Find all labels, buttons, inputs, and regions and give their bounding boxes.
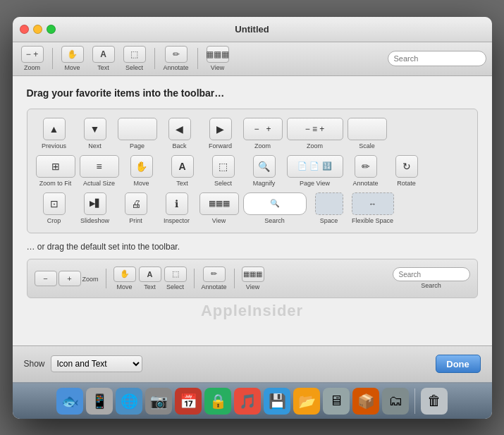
dock-icon-9[interactable]: 📂 (293, 388, 320, 415)
show-select[interactable]: Icon Only Icon and Text Text Only (51, 355, 142, 372)
dock-icon-12[interactable]: 🗂 (382, 388, 409, 415)
flexible-space-label: Flexible Space (352, 217, 393, 224)
item-magnify[interactable]: 🔍 Magnify (246, 155, 283, 187)
move-label: Move (64, 64, 80, 71)
item-zoom-full[interactable]: − ≡ + Zoom (287, 118, 343, 149)
forward-icon: ▶ (209, 118, 232, 140)
text-label: Text (97, 64, 109, 71)
item-print[interactable]: 🖨 Print (118, 192, 154, 224)
dock-icon-2[interactable]: 📱 (86, 388, 113, 415)
toolbar-annotate-btn[interactable]: ✏ Annotate (161, 44, 192, 73)
item-back[interactable]: ◀ Back (161, 118, 198, 149)
item-zoom-minus-plus[interactable]: − + Zoom (243, 118, 283, 149)
select-label: Select (125, 64, 143, 71)
default-move-btn[interactable]: ✋ Move (113, 266, 136, 290)
default-annotate-icon: ✏ (203, 266, 226, 282)
item-text[interactable]: A Text (164, 155, 201, 187)
item-next[interactable]: ▼ Next (77, 118, 113, 149)
toolbar-zoom-btn[interactable]: − + Zoom (18, 44, 47, 73)
items-row-3: ⊡ Crop ▶▋ Slideshow 🖨 Print ℹ Inspector … (36, 192, 469, 224)
toolbar-zoom-group: − + Zoom (18, 44, 47, 73)
previous-icon: ▲ (43, 118, 66, 140)
page-view-icon: 📄 📄 🔢 (287, 155, 343, 178)
dock-icon-6[interactable]: 🔒 (204, 388, 231, 415)
zoom-mp-label: Zoom (254, 142, 271, 149)
page-icon (118, 118, 157, 140)
sheet-drag-title: Drag your favorite items into the toolba… (27, 87, 478, 99)
minimize-button[interactable] (33, 25, 42, 34)
default-view-label: View (246, 283, 259, 290)
main-toolbar: − + Zoom ✋ Move A Text ⬚ Select ✏ Annota… (13, 42, 492, 76)
dock-icon-10[interactable]: 🖥 (323, 388, 350, 415)
default-view-btn[interactable]: ▦▦▦ View (242, 266, 264, 290)
toolbar-select-btn[interactable]: ⬚ Select (121, 44, 149, 73)
close-button[interactable] (20, 25, 29, 34)
print-icon: 🖨 (125, 192, 147, 215)
rotate-label: Rotate (397, 180, 416, 187)
default-zoom-plus[interactable]: + (59, 271, 81, 286)
inspector-label: Inspector (164, 217, 190, 224)
default-zoom-group: − + Zoom (35, 271, 99, 286)
dock-icon-5[interactable]: 📅 (175, 388, 202, 415)
select-icon: ⬚ (123, 46, 146, 63)
search-input[interactable] (388, 51, 486, 66)
dock-icon-trash[interactable]: 🗑 (421, 388, 448, 415)
item-zoom-to-fit[interactable]: ⊞ Zoom to Fit (36, 155, 75, 187)
toolbar-text-btn[interactable]: A Text (90, 44, 118, 73)
default-zoom-minus[interactable]: − (35, 271, 57, 286)
item-previous[interactable]: ▲ Previous (36, 118, 73, 149)
magnify-label: Magnify (253, 180, 276, 187)
slideshow-icon: ▶▋ (84, 192, 106, 215)
item-flexible-space[interactable]: ↔ Flexible Space (352, 192, 394, 224)
dock-icon-11[interactable]: 📦 (352, 388, 379, 415)
dock-icon-3[interactable]: 🌐 (116, 388, 142, 415)
maximize-button[interactable] (47, 25, 56, 34)
item-inspector[interactable]: ℹ Inspector (159, 192, 195, 224)
done-button[interactable]: Done (436, 355, 481, 373)
annotate-label: Annotate (164, 64, 189, 71)
item-select[interactable]: ⬚ Select (205, 155, 242, 187)
default-select-btn[interactable]: ⬚ Select (164, 266, 187, 290)
default-text-btn[interactable]: A Text (139, 266, 161, 290)
item-crop[interactable]: ⊡ Crop (36, 192, 73, 224)
default-annotate-label: Annotate (202, 283, 227, 290)
item-rotate[interactable]: ↻ Rotate (388, 155, 425, 187)
default-search-area: Search (393, 267, 470, 290)
customize-sheet: Drag your favorite items into the toolba… (13, 76, 492, 345)
item-page[interactable]: Page (118, 118, 157, 149)
magnify-icon: 🔍 (253, 155, 276, 178)
page-view-label: Page View (300, 180, 330, 187)
flexible-space-icon: ↔ (352, 192, 394, 215)
toolbar-move-btn[interactable]: ✋ Move (59, 44, 87, 73)
view-label: View (211, 64, 224, 71)
item-search[interactable]: 🔍 Search (243, 192, 307, 224)
default-move-label: Move (117, 283, 133, 290)
item-slideshow[interactable]: ▶▋ Slideshow (77, 192, 113, 224)
item-space[interactable]: Space (311, 192, 348, 224)
item-view[interactable]: ▦▦▦ View (199, 192, 239, 224)
dock-icon-8[interactable]: 💾 (264, 388, 290, 415)
default-zoom-label: Zoom (82, 276, 99, 283)
item-forward[interactable]: ▶ Forward (202, 118, 239, 149)
annotate-icon: ✏ (355, 155, 377, 178)
toolbar-view-btn[interactable]: ▦▦▦ View (204, 44, 232, 73)
view-label: View (212, 217, 226, 224)
text-icon: A (92, 46, 115, 63)
item-page-view[interactable]: 📄 📄 🔢 Page View (287, 155, 343, 187)
crop-icon: ⊡ (43, 192, 66, 215)
dock-icon-4[interactable]: 📷 (145, 388, 172, 415)
dock-icon-7[interactable]: 🎵 (234, 388, 261, 415)
slideshow-label: Slideshow (80, 217, 109, 224)
print-label: Print (129, 217, 142, 224)
default-annotate-btn[interactable]: ✏ Annotate (202, 266, 227, 290)
default-search-input[interactable] (393, 267, 470, 281)
item-actual-size[interactable]: ≡ Actual Size (80, 155, 119, 187)
select-icon: ⬚ (212, 155, 235, 178)
item-annotate[interactable]: ✏ Annotate (348, 155, 384, 187)
item-move[interactable]: ✋ Move (123, 155, 160, 187)
dt-sep-1 (106, 269, 106, 288)
traffic-lights (20, 25, 56, 34)
scale-label: Scale (359, 142, 375, 149)
item-scale[interactable]: Scale (348, 118, 387, 149)
dock-icon-1[interactable]: 🐟 (56, 388, 83, 415)
